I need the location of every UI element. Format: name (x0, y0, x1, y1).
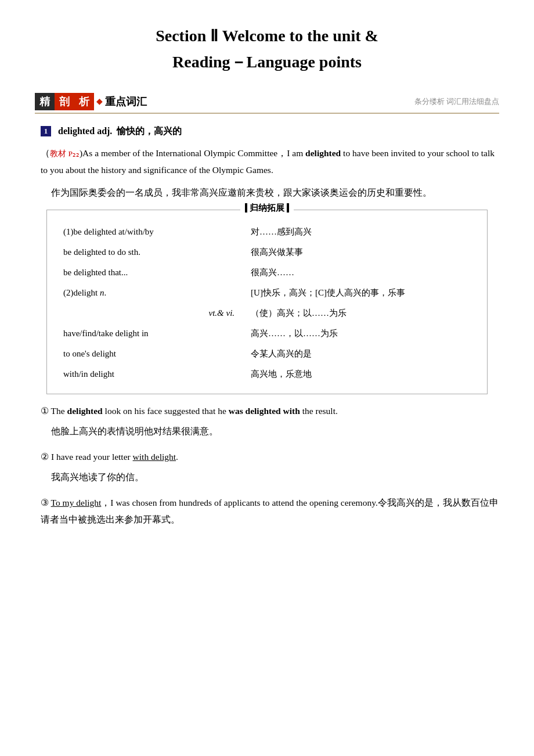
examples-section: ① The delighted look on his face suggest… (35, 402, 499, 528)
example-item-2-zh: 我高兴地读了你的信。 (35, 469, 499, 485)
example2-underline: with delight (133, 452, 176, 462)
table-cell-left: with/in delight (59, 364, 246, 384)
table-cell-left: (1)be delighted at/with/by (59, 222, 246, 242)
table-cell-right: 很高兴…… (246, 262, 475, 283)
banner-zhongdian: 重点词汇 (105, 95, 147, 109)
example-num-3: ③ (41, 498, 49, 507)
guina-title-bar-right (287, 203, 289, 213)
example-paragraph-zh: 作为国际奥委会的一名成员，我非常高兴应邀前来贵校，跟大家谈谈奥运会的历史和重要性… (35, 184, 499, 201)
example-num-2: ② (41, 452, 49, 462)
table-cell-right: 很高兴做某事 (246, 242, 475, 262)
table-cell-right: 令某人高兴的是 (246, 344, 475, 364)
table-cell-right: 对……感到高兴 (246, 222, 475, 242)
guina-table: (1)be delighted at/with/by 对……感到高兴 be de… (59, 222, 475, 384)
textref: 教材 P₂₂ (50, 149, 80, 158)
example1-bold2: was delighted with (229, 406, 300, 416)
table-cell-left: (2)delight n. (59, 283, 246, 303)
page-title: Section Ⅱ Welcome to the unit & Reading－… (35, 23, 499, 75)
table-cell-left: have/find/take delight in (59, 323, 246, 344)
word-header: 1 delighted adj. 愉快的，高兴的 (35, 125, 499, 138)
table-row: have/find/take delight in 高兴……，以……为乐 (59, 323, 475, 344)
table-row: be delighted that... 很高兴…… (59, 262, 475, 283)
guina-title-bar-left (245, 203, 247, 213)
banner-jing-char: 精 (35, 93, 55, 110)
guina-box: 归纳拓展 (1)be delighted at/with/by 对……感到高兴 … (46, 210, 488, 394)
table-cell-left: be delighted that... (59, 262, 246, 283)
banner-right-text: 条分缕析 词汇用法细盘点 (414, 96, 499, 107)
table-cell-right: [U]快乐，高兴；[C]使人高兴的事，乐事 (246, 283, 475, 303)
example-num-1: ① (41, 406, 49, 416)
table-cell-left: to one's delight (59, 344, 246, 364)
table-cell-right: 高兴……，以……为乐 (246, 323, 475, 344)
guina-title-text: 归纳拓展 (250, 203, 284, 214)
example-item-2: ② I have read your letter with delight. (35, 448, 499, 465)
title-line2: Reading－Language points (172, 53, 362, 71)
word-meaning: 愉快的，高兴的 (117, 125, 182, 138)
example-paragraph-en: （教材 P₂₂)As a member of the International… (35, 145, 499, 179)
table-cell-left-italic: vt.& vi. (59, 303, 246, 323)
word-entry: delighted adj. (58, 126, 112, 136)
guina-title: 归纳拓展 (240, 203, 294, 214)
table-cell-left: be delighted to do sth. (59, 242, 246, 262)
title-line1: Section Ⅱ Welcome to the unit & (156, 27, 378, 45)
banner-diao-char: 剖 (55, 93, 74, 110)
table-cell-right: 高兴地，乐意地 (246, 364, 475, 384)
table-cell-right: （使）高兴；以……为乐 (246, 303, 475, 323)
banner-xi-char: 析 (74, 93, 94, 110)
table-row: be delighted to do sth. 很高兴做某事 (59, 242, 475, 262)
example-item-1-zh: 他脸上高兴的表情说明他对结果很满意。 (35, 423, 499, 440)
example3-underline: To my delight (51, 498, 102, 507)
section-banner: 精剖析◆重点词汇 条分缕析 词汇用法细盘点 (35, 93, 499, 114)
table-row: with/in delight 高兴地，乐意地 (59, 364, 475, 384)
table-row: (2)delight n. [U]快乐，高兴；[C]使人高兴的事，乐事 (59, 283, 475, 303)
banner-left: 精剖析◆重点词汇 (35, 93, 147, 110)
example-item-3: ③ To my delight，I was chosen from hundre… (35, 494, 499, 528)
table-row: to one's delight 令某人高兴的是 (59, 344, 475, 364)
table-row: (1)be delighted at/with/by 对……感到高兴 (59, 222, 475, 242)
word-number: 1 (41, 126, 51, 136)
banner-diamond: ◆ (96, 96, 103, 106)
table-row: vt.& vi. （使）高兴；以……为乐 (59, 303, 475, 323)
example1-bold1: delighted (67, 406, 103, 416)
word-section-delighted: 1 delighted adj. 愉快的，高兴的 （教材 P₂₂)As a me… (35, 125, 499, 528)
example-item-1: ① The delighted look on his face suggest… (35, 402, 499, 419)
